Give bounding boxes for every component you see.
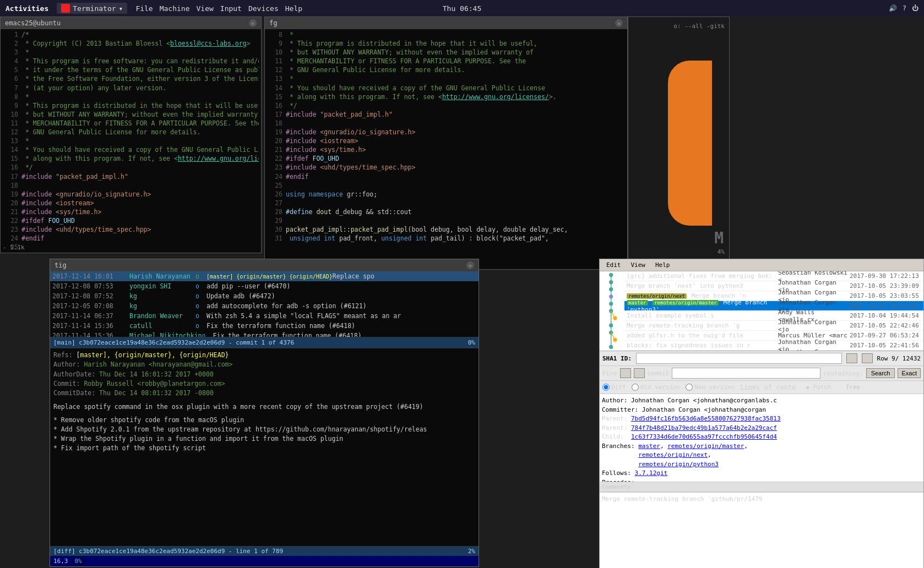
emacs-content[interactable]: 1/* 2 * Copyright (C) 2013 Bastian Bloes…	[1, 29, 261, 253]
tig-commit-row-4[interactable]: 2017-12-05 07:08 kg o add autocomplete f…	[50, 301, 479, 311]
gitk-next-button[interactable]: ▶	[862, 353, 873, 363]
gitk-diff-radio[interactable]: Diff	[602, 384, 626, 391]
gitk-sha-input[interactable]	[636, 353, 842, 364]
menu-file[interactable]: File	[135, 4, 153, 13]
gitk-window: Edit View Help	[599, 259, 924, 568]
code-line-8: 8 *	[3, 92, 259, 101]
gitk-menu-edit[interactable]: Edit	[602, 260, 626, 270]
tig-bottom-bar: 16,3 0%	[50, 556, 479, 566]
fg-line-12: 12 * GNU General Public License for more…	[267, 65, 625, 74]
tig-content: 2017-12-14 16:01 Harish Narayanan o [mas…	[50, 271, 479, 566]
fg-line-11: 11 * MERCHANTABILITY or FITNESS FOR A PA…	[267, 57, 625, 65]
gitk-commit-8[interactable]: blocks: fix signedness issues in r Johna…	[624, 341, 923, 351]
gitk-sha-row: SHA1 ID: ◀ ▶ Row 9/ 12432	[600, 351, 923, 366]
gitk-find-label: Find	[602, 370, 617, 377]
gitk-menu-view[interactable]: View	[627, 260, 650, 270]
emacs-close-button[interactable]: ✕	[249, 19, 257, 27]
code-line-23: 23#include <uhd/types/time_spec.hpp>	[3, 225, 259, 234]
fg-close-button[interactable]: ✕	[615, 19, 623, 27]
code-line-20: 20#include <iostream>	[3, 199, 259, 207]
fg-line-30: 30packet_pad_impl::packet_pad_impl(bool …	[267, 225, 625, 234]
gitk-find-prev-button[interactable]: ▼	[620, 368, 631, 378]
menu-devices[interactable]: Devices	[248, 4, 279, 13]
system-bar-left: Activities Terminator ▾ File Machine Vie…	[6, 3, 302, 14]
gitk-diff-line-5: Child: 1c63f7334d6de70d655aa97fccchfb950…	[602, 433, 921, 442]
gitk-commit-6[interactable]: Merge remote-tracking branch 'g Johnatha…	[624, 321, 923, 331]
tig-commit-message: Replace spotify command in the osx plugi…	[53, 402, 475, 412]
gitk-commit-7[interactable]: added glfsr.h to the swig'd file Marcus …	[624, 331, 923, 341]
tig-window[interactable]: tig ✕ 2017-12-14 16:01 Harish Narayanan …	[50, 259, 479, 567]
gitk-tree-tab[interactable]: Tree	[841, 383, 865, 392]
gitk-comment-line-1: Merge remote-tracking branch 'github/pr/…	[602, 495, 921, 504]
tig-commit-row-2[interactable]: 2017-12-08 07:53 yongxin SHI o add pip -…	[50, 281, 479, 291]
fg-line-13: 13 *	[267, 74, 625, 83]
fg-line-16: 16 */	[267, 101, 625, 110]
menu-view[interactable]: View	[197, 4, 214, 13]
code-line-19: 19#include <gnuradio/io_signature.h>	[3, 190, 259, 199]
code-line-5: 5 * it under the terms of the GNU Genera…	[3, 65, 259, 74]
gitk-patch-tab[interactable]: ◆ Patch	[801, 383, 835, 392]
code-line-26: 26using na	[3, 252, 259, 253]
fg-content[interactable]: 8 * 9 * This program is distributed in t…	[265, 29, 627, 269]
fg-line-28: 28#define dout d_debug && std::cout	[267, 207, 625, 216]
gitk-exact-button[interactable]: Exact	[898, 368, 921, 378]
gitk-lines-label: Lines of conte	[740, 384, 796, 391]
code-line-21: 21#include <sys/time.h>	[3, 207, 259, 216]
branch-tag-next: remotes/origin/next	[627, 293, 687, 299]
gitk-commit-4[interactable]: master remotes/origin/master Merge branc…	[624, 301, 923, 311]
system-clock: Thu 06:45	[443, 4, 481, 13]
gitk-find-row: Find ▼ ▲ commit containing: Search Exact	[600, 366, 923, 381]
tig-commit-row-3[interactable]: 2017-12-08 07:52 kg o Update adb (#6472)	[50, 291, 479, 301]
menu-input[interactable]: Input	[220, 4, 242, 13]
fg-line-22: 22#ifdef FOO_UHD	[267, 154, 625, 163]
system-bar: Activities Terminator ▾ File Machine Vie…	[0, 0, 924, 17]
gitk-commit-input[interactable]	[672, 368, 820, 379]
fg-line-23: 23#include <uhd/types/time_spec.hpp>	[267, 163, 625, 172]
code-line-24: 24#endif	[3, 234, 259, 243]
menu-help[interactable]: Help	[285, 4, 302, 13]
tig-bullet-2: * Add Shpotify 2.0.1 from the upstream r…	[53, 425, 475, 434]
terminator-button[interactable]: Terminator ▾	[57, 3, 127, 14]
gitk-menu-help[interactable]: Help	[651, 260, 675, 270]
tig-bullet-4: * Fix import path of the shpotify script	[53, 444, 475, 453]
help-icon[interactable]: ?	[903, 4, 906, 12]
gnuradio-extra-label: o: --all -gitk	[673, 23, 725, 30]
tig-selected-bar: [main] c3b072eace1ce19a48e36c2ead5932ae2…	[50, 337, 479, 348]
tig-title: tig	[55, 261, 67, 269]
gitk-containing-label: containing:	[823, 370, 863, 377]
gitk-prev-button[interactable]: ◀	[846, 353, 857, 363]
menu-machine[interactable]: Machine	[160, 4, 190, 13]
gitk-search-button[interactable]: Search	[866, 368, 895, 378]
emacs-title: emacs25@ubuntu	[5, 19, 61, 27]
tig-commit-date: CommitDate: Thu Dec 14 08:01:32 2017 -08…	[53, 389, 475, 398]
gitk-commit-2[interactable]: Merge branch 'next' into python3 Johnath…	[624, 281, 923, 291]
fg-titlebar: fg ✕	[265, 17, 627, 29]
tig-commit-row-6[interactable]: 2017-11-14 15:36 catull o Fix the terraf…	[50, 321, 479, 331]
power-icon[interactable]: ⏻	[912, 4, 918, 12]
tig-commit-row-1[interactable]: 2017-12-14 16:01 Harish Narayanan o [mas…	[50, 271, 479, 281]
code-line-13: 13 *	[3, 136, 259, 145]
code-line-9: 9 * This program is distributed in the h…	[3, 101, 259, 110]
gitk-find-next-button[interactable]: ▲	[634, 368, 645, 378]
tig-commit-row-7[interactable]: 2017-11-14 15:36 Michael Nikitochkin o F…	[50, 331, 479, 337]
gitk-commit-1[interactable]: [grc] additional fixes from merging bok:…	[624, 271, 923, 281]
code-line-18: 18	[3, 181, 259, 190]
tig-commit-row-5[interactable]: 2017-11-14 06:37 Brandon Weaver o With z…	[50, 311, 479, 321]
tig-selected-commit: [main] c3b072eace1ce19a48e36c2ead5932ae2…	[53, 339, 294, 346]
gitk-commit-5[interactable]: Install example symbol.s Andy Walls <awa…	[624, 311, 923, 321]
terminator-dropdown-icon[interactable]: ▾	[119, 4, 123, 13]
gitk-old-version-radio[interactable]: Old version	[632, 384, 681, 391]
gitk-menu: Edit View Help	[600, 259, 923, 271]
tig-close-button[interactable]: ✕	[466, 261, 474, 269]
activities-button[interactable]: Activities	[6, 4, 48, 13]
code-line-15: 15 * along with this program. If not, se…	[3, 154, 259, 163]
fg-line-14: 14 * You should have received a copy of …	[267, 84, 625, 92]
fg-line-25: 25	[267, 181, 625, 190]
code-line-11: 11 * MERCHANTABILITY or FITNESS FOR A PA…	[3, 119, 259, 128]
fg-line-24: 24#endif	[267, 172, 625, 181]
gitk-new-version-radio[interactable]: New version	[686, 384, 735, 391]
code-line-14: 14 * You should have received a copy of …	[3, 145, 259, 154]
tig-diff-label: [diff] c3b072eace1ce19a48e36c2ead5932ae2…	[53, 548, 283, 555]
code-line-3: 3 *	[3, 48, 259, 57]
volume-icon[interactable]: 🔊	[889, 4, 897, 12]
